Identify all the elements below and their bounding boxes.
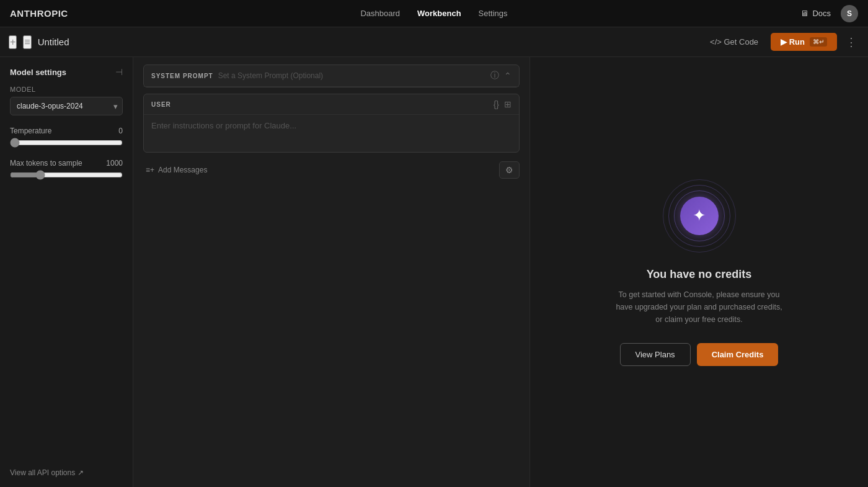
user-prompt-body[interactable]: Enter instructions or prompt for Claude.…	[144, 115, 519, 152]
add-messages-row: ≡+ Add Messages ⚙	[143, 159, 520, 181]
more-options-button[interactable]: ⋮	[843, 33, 859, 51]
no-credits-desc: To get started with Console, please ensu…	[613, 288, 786, 326]
toolbar-left: + ≡ Untitled	[9, 35, 696, 49]
model-select-wrapper: claude-3-opus-2024 claude-3-sonnet claud…	[10, 97, 123, 115]
avatar[interactable]: S	[841, 5, 858, 22]
add-messages-button[interactable]: ≡+ Add Messages	[143, 162, 210, 178]
top-nav: ANTHROPIC Dashboard Workbench Settings 🖥…	[0, 0, 868, 27]
user-box-icons: {} ⊞	[494, 99, 512, 109]
page-title: Untitled	[38, 37, 69, 47]
temperature-slider[interactable]	[10, 138, 123, 148]
toolbar: + ≡ Untitled </> Get Code ▶ Run ⌘↵ ⋮	[0, 27, 868, 57]
claim-credits-button[interactable]: Claim Credits	[697, 343, 779, 366]
model-label: Model	[10, 86, 123, 93]
sparkle-icon: ✦	[693, 206, 706, 225]
filter-button[interactable]: ⚙	[499, 161, 520, 179]
max-tokens-value: 1000	[106, 159, 123, 168]
system-prompt-icons: ⓘ ⌃	[490, 70, 512, 81]
view-plans-button[interactable]: View Plans	[620, 343, 691, 366]
model-select[interactable]: claude-3-opus-2024 claude-3-sonnet claud…	[10, 97, 123, 115]
no-credits-icon-wrapper: ✦	[662, 179, 737, 253]
nav-workbench[interactable]: Workbench	[417, 9, 461, 18]
right-panel: ✦ You have no credits To get started wit…	[530, 57, 868, 487]
docs-link[interactable]: 🖥 Docs	[800, 9, 831, 18]
user-box: USER {} ⊞ Enter instructions or prompt f…	[143, 94, 520, 153]
user-box-header: USER {} ⊞	[144, 94, 519, 115]
brand-logo: ANTHROPIC	[10, 8, 68, 19]
system-prompt-label: SYSTEM PROMPT	[151, 73, 213, 79]
system-prompt-placeholder: Set a System Prompt (Optional)	[218, 71, 323, 80]
chevron-icon[interactable]: ⌃	[504, 71, 512, 81]
user-prompt-placeholder: Enter instructions or prompt for Claude.…	[151, 121, 296, 130]
temperature-value: 0	[118, 127, 123, 135]
main-content: SYSTEM PROMPT Set a System Prompt (Optio…	[133, 57, 530, 487]
monitor-icon: 🖥	[800, 9, 808, 18]
user-label: USER	[151, 101, 171, 108]
model-settings-title: Model settings ⊣	[10, 67, 123, 77]
nav-settings[interactable]: Settings	[479, 9, 508, 18]
nav-right: 🖥 Docs S	[800, 5, 858, 22]
nav-dashboard[interactable]: Dashboard	[360, 9, 400, 18]
info-icon[interactable]: ⓘ	[490, 70, 499, 81]
sparkle-circle: ✦	[680, 197, 719, 235]
list-button[interactable]: ≡	[23, 35, 31, 49]
sidebar: Model settings ⊣ Model claude-3-opus-202…	[0, 57, 133, 487]
no-credits-title: You have no credits	[647, 268, 752, 281]
new-button[interactable]: +	[9, 35, 17, 49]
collapse-sidebar-button[interactable]: ⊣	[115, 67, 123, 77]
run-shortcut: ⌘↵	[810, 37, 827, 47]
get-code-button[interactable]: </> Get Code	[704, 34, 764, 50]
max-tokens-row: Max tokens to sample 1000	[10, 159, 123, 168]
add-messages-icon: ≡+	[146, 166, 154, 174]
temperature-label: Temperature	[10, 127, 51, 135]
external-link-icon: ↗	[78, 468, 84, 477]
system-prompt-header-left: SYSTEM PROMPT Set a System Prompt (Optio…	[151, 71, 323, 80]
nav-links: Dashboard Workbench Settings	[360, 9, 507, 18]
main-layout: Model settings ⊣ Model claude-3-opus-202…	[0, 57, 868, 487]
image-icon[interactable]: ⊞	[504, 99, 512, 109]
system-prompt-box: SYSTEM PROMPT Set a System Prompt (Optio…	[143, 65, 520, 87]
code-icon[interactable]: {}	[494, 99, 499, 109]
user-box-header-left: USER	[151, 101, 171, 108]
sliders-icon: ⚙	[505, 165, 513, 175]
credits-actions: View Plans Claim Credits	[620, 343, 779, 366]
max-tokens-label: Max tokens to sample	[10, 159, 82, 168]
view-api-options-link[interactable]: View all API options ↗	[10, 468, 123, 477]
run-button[interactable]: ▶ Run ⌘↵	[771, 33, 837, 51]
max-tokens-slider[interactable]	[10, 170, 123, 180]
temperature-row: Temperature 0	[10, 127, 123, 135]
toolbar-right: </> Get Code ▶ Run ⌘↵ ⋮	[704, 33, 859, 51]
system-prompt-header: SYSTEM PROMPT Set a System Prompt (Optio…	[144, 65, 519, 87]
run-label: ▶ Run	[781, 37, 805, 47]
